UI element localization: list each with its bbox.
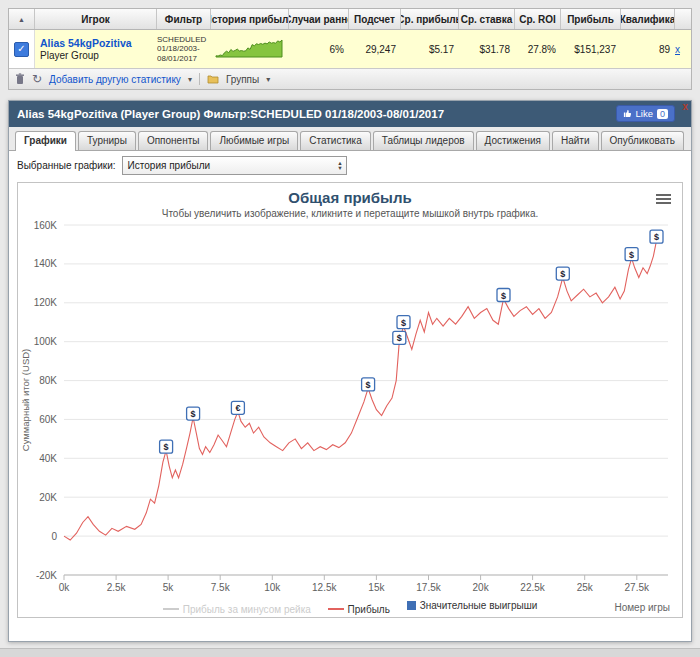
filter-value: SCHEDULED 01/18/2003-08/01/2017 (157, 35, 211, 64)
chart-select-value: История прибыли (128, 160, 210, 171)
tab-graphs[interactable]: Графики (15, 131, 76, 151)
legend-item-profit[interactable]: Прибыль (328, 604, 390, 615)
svg-text:2.5k: 2.5k (107, 582, 127, 593)
col-avg-roi[interactable]: Ср. ROI (515, 9, 561, 29)
svg-text:$: $ (164, 442, 169, 452)
refresh-icon[interactable]: ↻ (32, 72, 42, 86)
chart-select[interactable]: История прибыли ▲▼ (122, 156, 347, 175)
svg-text:60K: 60K (39, 414, 57, 425)
tab-tournaments[interactable]: Турниры (78, 131, 136, 150)
player-cell: Alias 54kgPozitiva Player Group (35, 37, 157, 61)
profit-value: $151,237 (561, 44, 621, 55)
svg-text:12.5k: 12.5k (312, 582, 337, 593)
sort-icon: ▲ (18, 16, 25, 23)
svg-text:160K: 160K (34, 220, 58, 231)
thumbs-up-icon (623, 109, 632, 118)
panel-title: Alias 54kgPozitiva (Player Group) Фильтр… (17, 108, 444, 120)
col-profit-history[interactable]: История прибыли (211, 9, 289, 29)
groups-dropdown[interactable]: Группы (226, 74, 259, 85)
tab-favorite-games[interactable]: Любимые игры (210, 131, 298, 150)
row-checkbox[interactable]: ✓ (14, 42, 29, 57)
col-qualification[interactable]: Квалифика (621, 9, 675, 29)
facebook-like-button[interactable]: Like 0 (616, 105, 675, 122)
legend-label: Прибыль (348, 604, 390, 615)
svg-text:140K: 140K (34, 258, 58, 269)
avg-profit-value: $5.17 (401, 44, 459, 55)
svg-text:Суммарный итог (USD): Суммарный итог (USD) (20, 349, 31, 451)
legend-label: Прибыль за минусом рейка (183, 604, 311, 615)
profit-chart: Общая прибыль Чтобы увеличить изображени… (17, 182, 683, 618)
chart-legend: Прибыль за минусом рейка Прибыль Значите… (18, 599, 682, 615)
tab-statistics[interactable]: Статистика (300, 131, 371, 150)
stats-table-toolbar: ↻ Добавить другую статистику ▾ Группы ▾ (9, 69, 691, 89)
chart-selector-row: Выбранные графики: История прибыли ▲▼ (9, 151, 691, 180)
svg-text:0k: 0k (59, 582, 71, 593)
svg-text:€: € (235, 403, 240, 413)
col-filter[interactable]: Фильтр (157, 9, 211, 29)
tab-leaderboards[interactable]: Таблицы лидеров (373, 131, 474, 150)
player-type: Player Group (40, 50, 157, 61)
bottom-strip (0, 648, 700, 657)
svg-text:22.5k: 22.5k (520, 582, 545, 593)
col-profit[interactable]: Прибыль (561, 9, 621, 29)
tab-find[interactable]: Найти (552, 131, 599, 150)
svg-text:15k: 15k (368, 582, 385, 593)
count-value: 29,247 (349, 44, 401, 55)
svg-text:$: $ (191, 409, 196, 419)
svg-text:40K: 40K (39, 453, 57, 464)
svg-text:17.5k: 17.5k (416, 582, 441, 593)
legend-item-significant-wins[interactable]: Значительные выигрыши (407, 600, 538, 611)
chevron-down-icon[interactable]: ▾ (188, 75, 192, 84)
col-count[interactable]: Подсчет (349, 9, 401, 29)
chart-selector-label: Выбранные графики: (17, 160, 116, 171)
chart-title: Общая прибыль (18, 189, 682, 206)
col-avg-stake[interactable]: Ср. ставка (459, 9, 515, 29)
add-statistic-link[interactable]: Добавить другую статистику (49, 74, 181, 85)
stats-table: ▲ Игрок Фильтр История прибыли Случаи ра… (8, 8, 692, 90)
col-player[interactable]: Игрок (35, 9, 157, 29)
avg-roi-value: 27.8% (515, 44, 561, 55)
svg-text:5k: 5k (163, 582, 175, 593)
toolbar-divider (199, 73, 200, 85)
svg-text:100K: 100K (34, 336, 58, 347)
svg-text:0: 0 (51, 531, 57, 542)
svg-text:20k: 20k (473, 582, 490, 593)
remove-row-link[interactable]: x (675, 44, 680, 55)
tab-opponents[interactable]: Оппоненты (138, 131, 209, 150)
page: ▲ Игрок Фильтр История прибыли Случаи ра… (0, 0, 700, 657)
folder-icon (207, 74, 219, 84)
profit-sparkline (211, 38, 289, 60)
svg-text:-20K: -20K (36, 570, 57, 581)
col-avg-profit[interactable]: Ср. прибыль (401, 9, 459, 29)
chart-menu-icon[interactable] (656, 192, 671, 206)
tab-achievements[interactable]: Достижения (476, 131, 550, 150)
avg-stake-value: $31.78 (459, 44, 515, 55)
legend-label: Значительные выигрыши (420, 600, 538, 611)
svg-text:7.5k: 7.5k (211, 582, 231, 593)
svg-text:$: $ (629, 250, 634, 260)
svg-text:$: $ (366, 380, 371, 390)
col-early-cashes[interactable]: Случаи ранне (289, 9, 349, 29)
legend-item-profit-minus-rake[interactable]: Прибыль за минусом рейка (163, 604, 311, 615)
x-axis-title: Номер игры (614, 602, 670, 613)
chart-subtitle: Чтобы увеличить изображение, кликните и … (18, 208, 682, 219)
qualification-value: 89 (621, 44, 675, 55)
like-count: 0 (657, 109, 668, 119)
tab-publish[interactable]: Опубликовать (601, 131, 684, 150)
panel-header: Alias 54kgPozitiva (Player Group) Фильтр… (9, 101, 691, 127)
legend-line-swatch (328, 608, 344, 610)
svg-text:120K: 120K (34, 297, 58, 308)
chevron-down-icon[interactable]: ▾ (266, 75, 270, 84)
tab-bar: Графики Турниры Оппоненты Любимые игры С… (9, 127, 691, 151)
chart-footer: Прибыль за минусом рейка Прибыль Значите… (18, 599, 682, 617)
chart-plot[interactable]: -20K020K40K60K80K100K120K140K160K0k2.5k5… (18, 219, 682, 599)
table-row: ✓ Alias 54kgPozitiva Player Group SCHEDU… (9, 30, 691, 69)
svg-text:10k: 10k (264, 582, 281, 593)
header-select-column[interactable]: ▲ (9, 9, 35, 29)
player-link[interactable]: Alias 54kgPozitiva (40, 37, 157, 49)
early-cashes-value: 6% (289, 44, 349, 55)
svg-text:$: $ (560, 269, 565, 279)
svg-text:25k: 25k (577, 582, 594, 593)
trash-icon[interactable] (15, 73, 25, 85)
close-icon[interactable]: x (682, 102, 688, 112)
